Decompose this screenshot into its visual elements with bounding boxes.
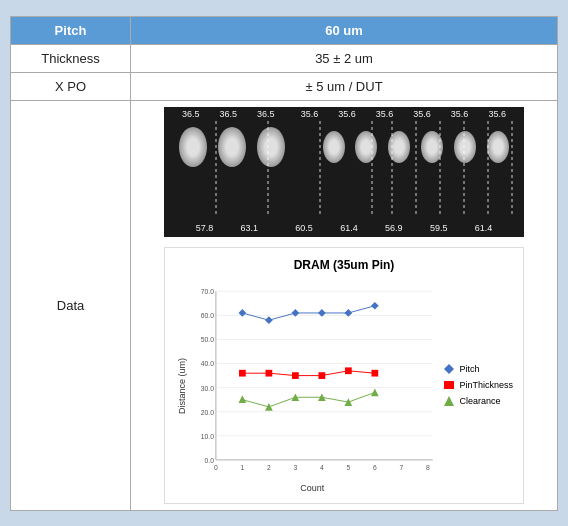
data-content: 36.5 36.5 36.5 35.6 35.6 35.6 35.6 35.6 … bbox=[131, 100, 558, 510]
legend-pitch-label: Pitch bbox=[459, 364, 479, 374]
chart-container: DRAM (35um Pin) Distance (um) bbox=[164, 247, 524, 504]
header-row: Pitch 60 um bbox=[11, 16, 558, 44]
pinthickness-point-1 bbox=[239, 369, 246, 376]
pitch-point-3 bbox=[292, 309, 300, 317]
svg-text:20.0: 20.0 bbox=[201, 408, 214, 415]
svg-text:1: 1 bbox=[241, 464, 245, 471]
chart-area: Distance (um) bbox=[175, 278, 513, 493]
svg-text:6: 6 bbox=[373, 464, 377, 471]
clearance-point-1 bbox=[239, 395, 247, 403]
thickness-label: Thickness bbox=[11, 44, 131, 72]
legend-pitch: Pitch bbox=[443, 363, 513, 375]
svg-text:10.0: 10.0 bbox=[201, 432, 214, 439]
xpo-value: ± 5 um / DUT bbox=[131, 72, 558, 100]
svg-text:5: 5 bbox=[346, 464, 350, 471]
pitch-point-2 bbox=[265, 316, 273, 324]
clearance-point-6 bbox=[371, 388, 379, 396]
pinthickness-point-5 bbox=[345, 367, 352, 374]
svg-text:2: 2 bbox=[267, 464, 271, 471]
svg-text:50.0: 50.0 bbox=[201, 336, 214, 343]
xpo-row: X PO ± 5 um / DUT bbox=[11, 72, 558, 100]
pinthickness-point-2 bbox=[266, 369, 273, 376]
svg-text:4: 4 bbox=[320, 464, 324, 471]
pitch-point-4 bbox=[318, 309, 326, 317]
legend-pinthickness-icon bbox=[443, 379, 455, 391]
svg-text:30.0: 30.0 bbox=[201, 384, 214, 391]
chart-inner: 0.0 10.0 20.0 30.0 40.0 50.0 60.0 70.0 bbox=[187, 278, 437, 493]
pinthickness-point-3 bbox=[292, 372, 299, 379]
y-axis-label: Distance (um) bbox=[175, 278, 187, 493]
svg-text:70.0: 70.0 bbox=[201, 288, 214, 295]
svg-marker-37 bbox=[444, 364, 454, 374]
legend-pitch-icon bbox=[443, 363, 455, 375]
page-container: Pitch 60 um Thickness 35 ± 2 um X PO ± 5… bbox=[0, 6, 568, 521]
svg-text:60.0: 60.0 bbox=[201, 312, 214, 319]
svg-text:3: 3 bbox=[294, 464, 298, 471]
chart-svg: 0.0 10.0 20.0 30.0 40.0 50.0 60.0 70.0 bbox=[187, 278, 437, 478]
dashed-lines-svg bbox=[164, 107, 524, 237]
data-row: Data bbox=[11, 100, 558, 510]
svg-text:0.0: 0.0 bbox=[205, 456, 215, 463]
pinthickness-point-6 bbox=[371, 369, 378, 376]
legend-clearance: Clearance bbox=[443, 395, 513, 407]
chart-title: DRAM (35um Pin) bbox=[175, 258, 513, 272]
thickness-row: Thickness 35 ± 2 um bbox=[11, 44, 558, 72]
pitch-header: Pitch bbox=[11, 16, 131, 44]
xpo-label: X PO bbox=[11, 72, 131, 100]
legend-pinthickness-label: PinThickness bbox=[459, 380, 513, 390]
pinthickness-point-4 bbox=[318, 372, 325, 379]
svg-text:7: 7 bbox=[399, 464, 403, 471]
svg-text:40.0: 40.0 bbox=[201, 360, 214, 367]
microscope-image: 36.5 36.5 36.5 35.6 35.6 35.6 35.6 35.6 … bbox=[164, 107, 524, 237]
thickness-value: 35 ± 2 um bbox=[131, 44, 558, 72]
clearance-point-5 bbox=[345, 398, 353, 406]
legend-clearance-label: Clearance bbox=[459, 396, 500, 406]
svg-marker-39 bbox=[444, 396, 454, 406]
data-label: Data bbox=[11, 100, 131, 510]
chart-legend: Pitch PinThickness bbox=[437, 278, 513, 493]
pitch-point-1 bbox=[239, 309, 247, 317]
svg-rect-38 bbox=[444, 381, 454, 389]
legend-pinthickness: PinThickness bbox=[443, 379, 513, 391]
svg-text:8: 8 bbox=[426, 464, 430, 471]
pitch-point-6 bbox=[371, 301, 379, 309]
main-table: Pitch 60 um Thickness 35 ± 2 um X PO ± 5… bbox=[10, 16, 558, 511]
x-axis-label: Count bbox=[187, 483, 437, 493]
pitch-point-5 bbox=[345, 309, 353, 317]
svg-text:0: 0 bbox=[214, 464, 218, 471]
value-header: 60 um bbox=[131, 16, 558, 44]
legend-clearance-icon bbox=[443, 395, 455, 407]
clearance-point-2 bbox=[265, 403, 273, 411]
